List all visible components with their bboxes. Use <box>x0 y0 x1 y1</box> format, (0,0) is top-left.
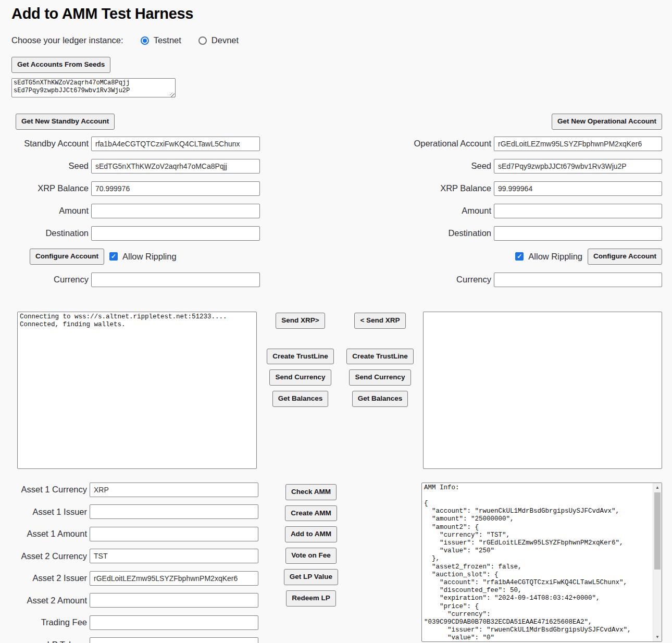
standby-currency-input[interactable] <box>91 273 260 287</box>
amm-info-panel: AMM Info: { "account": "rwuenCkUL1MdrBsd… <box>421 483 662 642</box>
redeem-lp-button[interactable]: Redeem LP <box>286 590 336 607</box>
standby-console-textarea[interactable]: Connecting to wss://s.altnet.rippletest.… <box>17 312 257 469</box>
standby-account-input[interactable] <box>91 137 260 151</box>
seeds-textarea[interactable]: sEdTG5nXThKWZoV2aqrh47oMCa8Pqjj sEd7Pqy9… <box>11 78 176 97</box>
standby-seed-label: Seed <box>11 161 91 171</box>
operational-currency-label: Currency <box>403 275 494 285</box>
operational-seed-label: Seed <box>403 161 494 171</box>
get-lp-value-button[interactable]: Get LP Value <box>284 569 338 585</box>
asset1-amount-label: Asset 1 Amount <box>11 529 90 539</box>
asset2-amount-label: Asset 2 Amount <box>11 596 90 605</box>
standby-get-balances-button[interactable]: Get Balances <box>272 391 329 407</box>
get-new-standby-account-button[interactable]: Get New Standby Account <box>16 114 115 130</box>
testnet-radio-label: Testnet <box>154 35 181 45</box>
asset1-currency-label: Asset 1 Currency <box>11 485 90 494</box>
operational-account-section: Get New Operational Account Operational … <box>403 114 662 295</box>
check-amm-button[interactable]: Check AMM <box>285 484 337 500</box>
amm-test-harness-page: Add to AMM Test Harness Choose your ledg… <box>0 0 672 643</box>
operational-allow-rippling-group: Allow Rippling <box>515 252 582 262</box>
send-xrp-to-operational-button[interactable]: Send XRP> <box>276 313 325 329</box>
operational-destination-label: Destination <box>403 228 494 238</box>
standby-allow-rippling-group: Allow Rippling <box>109 252 177 262</box>
page-title: Add to AMM Test Harness <box>11 5 662 22</box>
scrollbar-thumb[interactable] <box>654 492 661 570</box>
lp-tokens-input[interactable] <box>90 637 258 643</box>
operational-get-balances-button[interactable]: Get Balances <box>352 391 408 407</box>
asset2-currency-label: Asset 2 Currency <box>11 551 90 561</box>
scrollbar-up-arrow-icon[interactable]: ▲ <box>653 483 662 492</box>
send-xrp-to-standby-button[interactable]: < Send XRP <box>354 313 405 329</box>
devnet-radio[interactable] <box>198 36 207 45</box>
standby-configure-account-button[interactable]: Configure Account <box>30 249 104 265</box>
standby-allow-rippling-checkbox[interactable] <box>109 252 118 261</box>
operational-console-textarea[interactable] <box>423 312 663 469</box>
standby-currency-label: Currency <box>11 275 91 285</box>
asset1-issuer-input[interactable] <box>90 504 258 519</box>
trading-fee-label: Trading Fee <box>11 617 90 627</box>
asset2-issuer-input[interactable] <box>90 571 258 586</box>
radio-option-devnet[interactable]: Devnet <box>198 35 239 45</box>
add-to-amm-button[interactable]: Add to AMM <box>285 526 337 542</box>
devnet-radio-label: Devnet <box>211 35 239 45</box>
standby-seed-input[interactable] <box>91 159 260 174</box>
operational-account-input[interactable] <box>494 137 662 151</box>
lp-tokens-label: LP Tokens <box>11 640 90 643</box>
amm-action-buttons: Check AMM Create AMM Add to AMM Vote on … <box>279 483 343 612</box>
operational-send-currency-button[interactable]: Send Currency <box>349 369 410 386</box>
standby-amount-input[interactable] <box>91 204 260 218</box>
ledger-chooser-label: Choose your ledger instance: <box>11 35 123 45</box>
testnet-radio[interactable] <box>141 36 149 45</box>
get-accounts-from-seeds-button[interactable]: Get Accounts From Seeds <box>11 57 110 73</box>
asset2-issuer-label: Asset 2 Issuer <box>11 573 90 583</box>
operational-xrp-balance-label: XRP Balance <box>403 183 494 193</box>
get-new-operational-account-button[interactable]: Get New Operational Account <box>552 114 662 130</box>
standby-amount-label: Amount <box>11 206 91 216</box>
amm-info-scrollbar[interactable]: ▲ ▼ <box>653 483 662 641</box>
operational-create-trustline-button[interactable]: Create TrustLine <box>346 349 414 365</box>
operational-configure-account-button[interactable]: Configure Account <box>588 249 662 265</box>
operational-destination-input[interactable] <box>494 226 662 241</box>
operational-seed-input[interactable] <box>494 159 662 174</box>
create-amm-button[interactable]: Create AMM <box>285 505 337 522</box>
operational-account-label: Operational Account <box>403 139 494 149</box>
vote-on-fee-button[interactable]: Vote on Fee <box>285 548 337 564</box>
standby-destination-label: Destination <box>11 228 91 238</box>
asset1-currency-input[interactable] <box>90 483 258 497</box>
asset1-amount-input[interactable] <box>90 527 258 541</box>
operational-transfer-buttons: < Send XRP Create TrustLine Send Currenc… <box>342 312 419 413</box>
operational-amount-label: Amount <box>403 206 494 216</box>
standby-account-label: Standby Account <box>11 139 91 149</box>
operational-amount-input[interactable] <box>494 204 662 218</box>
operational-currency-input[interactable] <box>494 273 662 287</box>
asset1-issuer-label: Asset 1 Issuer <box>11 507 90 517</box>
standby-create-trustline-button[interactable]: Create TrustLine <box>267 349 334 365</box>
amm-info-text[interactable]: AMM Info: { "account": "rwuenCkUL1MdrBsd… <box>422 483 653 641</box>
operational-allow-rippling-label: Allow Rippling <box>528 252 582 262</box>
operational-allow-rippling-checkbox[interactable] <box>515 252 524 261</box>
trading-fee-input[interactable] <box>90 615 258 630</box>
operational-xrp-balance-input[interactable] <box>494 181 662 196</box>
standby-send-currency-button[interactable]: Send Currency <box>269 369 331 386</box>
standby-xrp-balance-input[interactable] <box>91 181 260 196</box>
scrollbar-down-arrow-icon[interactable]: ▼ <box>653 633 662 641</box>
standby-account-section: Get New Standby Account Standby Account … <box>11 114 272 295</box>
standby-allow-rippling-label: Allow Rippling <box>122 252 177 262</box>
standby-xrp-balance-label: XRP Balance <box>11 183 91 193</box>
standby-destination-input[interactable] <box>91 226 260 241</box>
transfer-buttons: Send XRP> Create TrustLine Send Currency… <box>257 312 423 413</box>
amm-fields-section: Asset 1 Currency Asset 1 Issuer Asset 1 … <box>11 483 272 643</box>
ledger-chooser: Choose your ledger instance: Testnet Dev… <box>11 35 662 45</box>
radio-option-testnet[interactable]: Testnet <box>141 35 181 45</box>
asset2-amount-input[interactable] <box>90 593 258 608</box>
standby-transfer-buttons: Send XRP> Create TrustLine Send Currency… <box>262 312 339 413</box>
asset2-currency-input[interactable] <box>90 549 258 563</box>
